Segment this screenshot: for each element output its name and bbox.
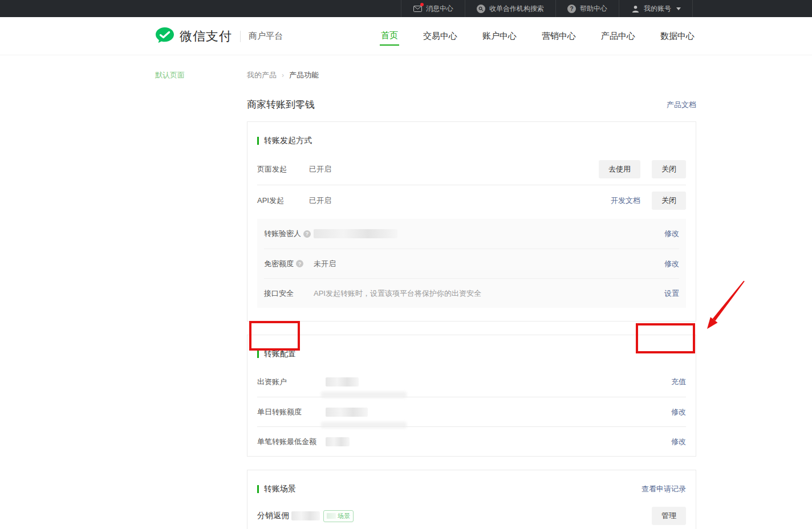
nav-account-center[interactable]: 账户中心	[481, 27, 518, 45]
setup-link[interactable]: 设置	[664, 288, 679, 299]
row-verify-person: 转账验密人 ? 修改	[264, 219, 679, 249]
help-icon[interactable]: ?	[303, 230, 311, 238]
row-label: 接口安全	[264, 288, 294, 299]
card-title: 转账配置	[264, 349, 296, 359]
brand-separator	[240, 31, 241, 42]
card-transfer-method: 转账发起方式 页面发起 已开启 去使用 关闭 API发起 已开启 开发文档 关闭	[247, 121, 696, 322]
nav-product-center[interactable]: 产品中心	[600, 27, 636, 45]
topbar-item-label: 收单合作机构搜索	[489, 4, 544, 14]
topbar-item-label: 帮助中心	[580, 4, 607, 14]
message-icon	[413, 4, 422, 13]
modify-link[interactable]: 修改	[671, 437, 686, 447]
card-title-bar	[257, 137, 259, 145]
row-status: 已开启	[309, 164, 331, 174]
row-label: 免密额度	[264, 259, 294, 269]
row-label: 出资账户	[257, 377, 326, 387]
row-description: API发起转账时，设置该项平台将保护你的出资安全	[314, 288, 481, 299]
help-icon: ?	[567, 5, 576, 13]
go-use-button[interactable]: 去使用	[599, 160, 640, 178]
api-settings-panel: 转账验密人 ? 修改 免密额度 ? 未开启 修改	[257, 219, 686, 308]
breadcrumb-separator-icon: ›	[282, 71, 284, 79]
topbar-my-account[interactable]: 我的账号	[619, 0, 693, 17]
close-button[interactable]: 关闭	[652, 192, 686, 210]
help-icon[interactable]: ?	[296, 260, 303, 267]
nav-marketing-center[interactable]: 营销中心	[541, 27, 577, 45]
row-min-single-amount: 单笔转账最低金额 修改	[257, 426, 686, 456]
breadcrumb-parent[interactable]: 我的产品	[247, 70, 277, 80]
card-title-bar	[257, 485, 259, 493]
close-button[interactable]: 关闭	[652, 160, 686, 178]
card-title-row: 转账发起方式	[257, 136, 686, 146]
card-title-row: 转账配置	[257, 349, 686, 359]
row-label: 转账验密人	[264, 229, 301, 239]
content: 我的产品 › 产品功能 商家转账到零钱 产品文档 转账发起方式 页面发起 已开启…	[247, 55, 696, 529]
topbar-item-label: 消息中心	[426, 4, 453, 14]
brand: 微信支付 商户平台	[155, 17, 283, 55]
card-title: 转账场景	[264, 484, 296, 494]
row-status: 未开启	[314, 259, 336, 269]
row-no-password-quota: 免密额度 ? 未开启 修改	[264, 249, 679, 278]
page-title-row: 商家转账到零钱 产品文档	[247, 98, 696, 111]
scene-tag: 场景	[323, 510, 354, 522]
card-transfer-config: 转账配置 出资账户 充值 单日转账额度 修改 单笔转账最低金额	[247, 335, 696, 457]
recharge-link[interactable]: 充值	[671, 377, 686, 387]
modify-link[interactable]: 修改	[664, 229, 679, 239]
row-api-initiate: API发起 已开启 开发文档 关闭	[257, 185, 686, 215]
topbar-item-label: 我的账号	[644, 4, 671, 14]
main: 默认页面 我的产品 › 产品功能 商家转账到零钱 产品文档 转账发起方式 页面发…	[0, 55, 812, 529]
row-label: 单笔转账最低金额	[257, 437, 326, 447]
sidebar-item-default-page[interactable]: 默认页面	[155, 70, 185, 80]
wechat-pay-logo-icon	[155, 27, 174, 46]
topbar: 消息中心 收单合作机构搜索 ? 帮助中心 我的账号	[0, 0, 812, 17]
redacted-value	[326, 377, 359, 386]
row-funding-account: 出资账户 充值	[257, 367, 686, 397]
scene-tag-label: 场景	[338, 512, 350, 520]
row-label: 页面发起	[257, 164, 309, 174]
breadcrumb-current: 产品功能	[289, 70, 319, 80]
scene-label: 分销返佣	[257, 511, 289, 521]
row-daily-limit: 单日转账额度 修改	[257, 397, 686, 426]
row-api-security: 接口安全 API发起转账时，设置该项平台将保护你的出资安全 设置	[264, 278, 679, 308]
redacted-value	[326, 437, 350, 446]
breadcrumb: 我的产品 › 产品功能	[247, 70, 696, 80]
redacted-value	[314, 229, 397, 238]
dev-doc-link[interactable]: 开发文档	[611, 196, 640, 206]
brand-name: 微信支付	[180, 28, 232, 45]
redacted-value	[291, 511, 320, 520]
modify-link[interactable]: 修改	[671, 407, 686, 417]
row-distribution-commission: 分销返佣 场景 管理	[257, 507, 686, 525]
search-icon	[477, 5, 485, 13]
card-title-bar	[257, 350, 259, 358]
topbar-acquirer-search[interactable]: 收单合作机构搜索	[465, 0, 555, 17]
brand-platform: 商户平台	[249, 31, 283, 42]
card-title-row: 转账场景	[257, 484, 296, 494]
page-title: 商家转账到零钱	[247, 98, 315, 111]
manage-button[interactable]: 管理	[652, 507, 686, 525]
unread-badge	[420, 3, 424, 6]
annotation-arrow-icon	[701, 278, 753, 335]
nav-data-center[interactable]: 数据中心	[659, 27, 696, 45]
header: 微信支付 商户平台 首页 交易中心 账户中心 营销中心 产品中心 数据中心	[0, 17, 812, 55]
card-title: 转账发起方式	[264, 136, 312, 146]
chevron-down-icon	[676, 7, 681, 10]
row-page-initiate: 页面发起 已开启 去使用 关闭	[257, 154, 686, 185]
redacted-value	[327, 513, 336, 519]
topbar-message-center[interactable]: 消息中心	[401, 0, 465, 17]
modify-link[interactable]: 修改	[664, 259, 679, 269]
product-doc-link[interactable]: 产品文档	[667, 100, 696, 110]
nav-home[interactable]: 首页	[380, 27, 399, 46]
row-label: 单日转账额度	[257, 407, 326, 417]
view-application-records-link[interactable]: 查看申请记录	[642, 484, 686, 494]
redacted-value	[326, 408, 368, 417]
nav-trade-center[interactable]: 交易中心	[422, 27, 458, 45]
account-icon	[631, 4, 640, 13]
row-status: 已开启	[309, 196, 331, 206]
card-transfer-scene: 转账场景 查看申请记录 分销返佣 场景 管理 向销售、团长、主播等分销方发放佣金…	[247, 470, 696, 529]
topbar-help-center[interactable]: ? 帮助中心	[555, 0, 619, 17]
main-nav: 首页 交易中心 账户中心 营销中心 产品中心 数据中心	[380, 17, 696, 55]
row-label: API发起	[257, 196, 309, 206]
